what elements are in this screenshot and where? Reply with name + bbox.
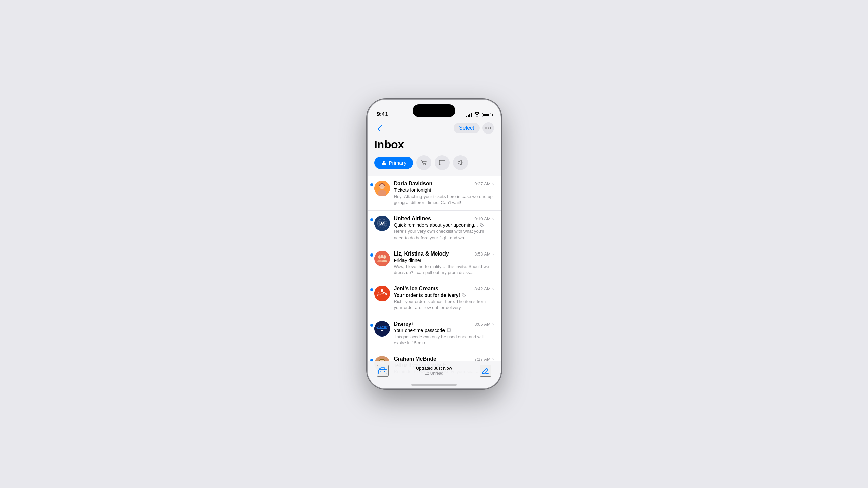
email-content-5: Disney+ 8:05 AM › Your one-time passcode… xyxy=(394,321,494,346)
bubble-icon xyxy=(439,159,446,166)
email-header-5: Disney+ 8:05 AM › xyxy=(394,321,494,327)
status-icons xyxy=(466,112,491,118)
email-content-2: United Airlines 9:10 AM › Quick reminder… xyxy=(394,216,494,241)
compose-button[interactable] xyxy=(480,365,491,377)
email-preview-5: This passcode can only be used once and … xyxy=(394,334,494,346)
svg-rect-22 xyxy=(381,290,383,292)
email-sender-5: Disney+ xyxy=(394,321,414,327)
mailboxes-button[interactable] xyxy=(377,365,389,377)
email-content-1: Darla Davidson 9:27 AM › Tickets for ton… xyxy=(394,181,494,206)
tab-social[interactable] xyxy=(435,155,450,170)
mailboxes-icon xyxy=(378,367,387,374)
unread-dot-5 xyxy=(370,324,373,327)
more-dot-1 xyxy=(485,127,487,129)
svg-point-1 xyxy=(423,164,424,165)
chevron-right-icon-3: › xyxy=(492,251,494,257)
nav-bar: Select xyxy=(368,120,501,137)
tab-primary-label: Primary xyxy=(389,160,407,166)
cart-icon xyxy=(420,159,427,166)
email-preview-3: Wow, I love the formality of this invite… xyxy=(394,264,494,276)
email-content-3: Liz, Kristina & Melody 8:58 AM › Friday … xyxy=(394,251,494,276)
bubble-tag-icon-5 xyxy=(447,328,451,332)
unread-dot-4 xyxy=(370,288,373,291)
chevron-right-icon-1: › xyxy=(492,181,494,187)
svg-point-14 xyxy=(481,224,481,225)
phone-frame: 9:41 xyxy=(368,100,501,388)
email-time-4: 8:42 AM xyxy=(474,286,491,291)
avatar-united: UA xyxy=(374,216,390,231)
email-preview-4: Rich, your order is almost here. The ite… xyxy=(394,299,494,311)
status-time: 9:41 xyxy=(377,111,388,118)
main-content: Select Inbox Primary xyxy=(368,120,501,388)
group-avatar-image xyxy=(374,251,390,266)
shopping-tag-icon-4 xyxy=(462,293,466,298)
unread-dot-1 xyxy=(370,183,373,186)
compose-icon xyxy=(481,367,490,375)
shopping-tag-icon-2 xyxy=(480,223,484,227)
email-item-5[interactable]: DISNEY + Disney+ 8:05 AM › Your one xyxy=(368,316,501,351)
svg-text:+: + xyxy=(381,328,383,333)
email-meta-4: 8:42 AM › xyxy=(474,286,494,292)
email-sender-2: United Airlines xyxy=(394,216,431,222)
united-avatar-image: UA xyxy=(374,216,390,231)
back-button[interactable] xyxy=(374,122,386,134)
unread-dot-3 xyxy=(370,253,373,257)
select-button[interactable]: Select xyxy=(454,123,479,133)
tab-updates[interactable] xyxy=(453,155,468,170)
home-indicator xyxy=(411,384,457,386)
bottom-status: Updated Just Now 12 Unread xyxy=(389,365,480,376)
email-meta-3: 8:58 AM › xyxy=(474,251,494,257)
email-subject-5: Your one-time passcode xyxy=(394,328,494,333)
email-content-4: Jeni's Ice Creams 8:42 AM › Your order i… xyxy=(394,286,494,311)
more-button[interactable] xyxy=(482,122,494,134)
person-icon xyxy=(381,160,387,165)
email-item-3[interactable]: Liz, Kristina & Melody 8:58 AM › Friday … xyxy=(368,246,501,281)
email-item-2[interactable]: UA United Airlines 9:10 AM › Quick remin… xyxy=(368,211,501,246)
chevron-right-icon-4: › xyxy=(492,286,494,292)
nav-actions: Select xyxy=(454,122,494,134)
email-meta-1: 9:27 AM › xyxy=(474,181,494,187)
unread-dot-2 xyxy=(370,218,373,221)
email-header-4: Jeni's Ice Creams 8:42 AM › xyxy=(394,286,494,292)
update-status-text: Updated Just Now xyxy=(389,366,480,371)
more-dot-2 xyxy=(488,127,489,129)
email-preview-2: Here's your very own checklist with what… xyxy=(394,228,494,241)
svg-text:jeni's: jeni's xyxy=(377,292,387,296)
email-time-5: 8:05 AM xyxy=(474,322,491,327)
email-time-3: 8:58 AM xyxy=(474,251,491,257)
tab-primary[interactable]: Primary xyxy=(374,157,413,169)
dynamic-island xyxy=(413,104,455,117)
darla-avatar-image xyxy=(374,181,390,196)
disney-avatar-image: DISNEY + xyxy=(374,321,390,337)
svg-point-0 xyxy=(383,161,385,163)
avatar-darla xyxy=(374,181,390,196)
battery-icon xyxy=(482,113,491,117)
email-time-2: 9:10 AM xyxy=(474,216,491,221)
email-time-1: 9:27 AM xyxy=(474,181,491,186)
email-meta-2: 9:10 AM › xyxy=(474,216,494,222)
more-dot-3 xyxy=(490,127,491,129)
avatar-disney: DISNEY + xyxy=(374,321,390,337)
svg-point-23 xyxy=(463,294,464,295)
svg-point-5 xyxy=(380,186,381,187)
email-subject-2: Quick reminders about your upcoming... xyxy=(394,222,494,228)
avatar-jenis: jeni's xyxy=(374,286,390,301)
email-item-1[interactable]: Darla Davidson 9:27 AM › Tickets for ton… xyxy=(368,176,501,211)
svg-point-2 xyxy=(425,164,426,165)
svg-point-15 xyxy=(374,251,390,266)
svg-point-18 xyxy=(380,255,384,258)
tab-shopping[interactable] xyxy=(416,155,431,170)
jenis-avatar-image: jeni's xyxy=(374,286,390,301)
back-chevron-icon xyxy=(378,125,384,131)
chevron-right-icon-5: › xyxy=(492,321,494,327)
inbox-title: Inbox xyxy=(368,137,501,155)
email-subject-1: Tickets for tonight xyxy=(394,187,494,193)
avatar-group xyxy=(374,251,390,266)
email-header-1: Darla Davidson 9:27 AM › xyxy=(394,181,494,187)
wifi-icon xyxy=(474,112,480,118)
email-item-4[interactable]: jeni's Jeni's Ice Creams 8:42 AM › xyxy=(368,281,501,316)
signal-bars-icon xyxy=(466,113,472,117)
email-sender-3: Liz, Kristina & Melody xyxy=(394,251,449,257)
svg-text:UA: UA xyxy=(379,222,384,225)
megaphone-icon xyxy=(457,159,464,166)
